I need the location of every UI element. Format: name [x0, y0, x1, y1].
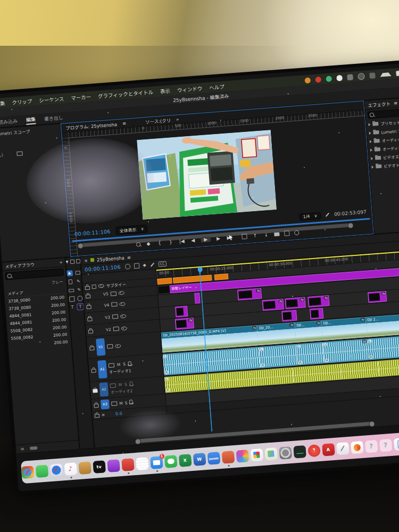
- dock-appstore-icon[interactable]: [236, 450, 249, 463]
- graphic-clip[interactable]: fx: [237, 288, 262, 300]
- dock-preview-icon[interactable]: [336, 442, 350, 455]
- source-patch[interactable]: [93, 301, 102, 311]
- track-output-icon[interactable]: [98, 284, 104, 288]
- tab-media-browser[interactable]: メディアブラウ: [5, 261, 35, 269]
- panel-menu-icon[interactable]: ≡: [122, 121, 127, 127]
- dock-chrome-icon[interactable]: [21, 466, 34, 479]
- dock-maps-icon[interactable]: [264, 447, 278, 461]
- mark-in-button[interactable]: {: [156, 240, 163, 246]
- menu-window[interactable]: ウィンドウ: [177, 85, 202, 94]
- mic-icon[interactable]: [129, 400, 133, 404]
- mark-out-button[interactable]: }: [168, 239, 174, 245]
- audio-clip[interactable]: fxLR: [367, 334, 399, 360]
- dock-powerpoint-icon[interactable]: [221, 451, 235, 464]
- captions-badge[interactable]: CC: [158, 261, 167, 267]
- workspace-edit-tab[interactable]: 編集: [26, 115, 36, 124]
- graphic-clip[interactable]: fx: [285, 297, 305, 309]
- mute-button[interactable]: M: [117, 362, 121, 367]
- mic-icon[interactable]: [130, 381, 134, 386]
- graphic-clip[interactable]: [175, 306, 188, 318]
- dock-appletv-icon[interactable]: tv: [93, 460, 106, 473]
- dock-firefox-icon[interactable]: [350, 440, 363, 454]
- safe-margins-button[interactable]: [242, 234, 247, 239]
- video-preview[interactable]: [137, 130, 277, 219]
- dock-word-icon[interactable]: W: [193, 453, 206, 466]
- caption-clip[interactable]: [157, 278, 172, 285]
- graphic-clip[interactable]: [281, 310, 297, 322]
- tab-source-monitor[interactable]: ソース:(クリ: [145, 117, 171, 125]
- dock-missing-app-icon[interactable]: ?: [364, 439, 378, 453]
- dock-podcasts-icon[interactable]: [107, 459, 120, 472]
- effects-folder-lumetri[interactable]: Lumetri プリセット: [369, 127, 399, 136]
- graphic-clip[interactable]: fx: [307, 295, 330, 307]
- track-monitor-icon[interactable]: [109, 363, 115, 368]
- razor-tool[interactable]: ✎: [76, 278, 82, 285]
- dock-iphone-mirroring-icon[interactable]: [393, 437, 399, 451]
- effects-search-input[interactable]: [368, 108, 399, 119]
- dock-red-flash-app-icon[interactable]: [307, 444, 321, 458]
- source-patch-v1[interactable]: V1: [96, 338, 105, 356]
- program-timecode[interactable]: 00:00:11:106: [74, 228, 111, 237]
- pen-tool[interactable]: ✎: [76, 287, 82, 293]
- audio-clip[interactable]: [341, 361, 380, 379]
- track-options-icon[interactable]: [92, 284, 96, 289]
- status-app-icon[interactable]: [304, 77, 311, 84]
- video-clip[interactable]: DJI 2...fx: [365, 312, 399, 337]
- lock-icon[interactable]: [87, 317, 92, 321]
- graphic-clip[interactable]: [194, 293, 201, 304]
- extract-button[interactable]: ↓: [263, 232, 270, 238]
- effects-folder-video-transitions[interactable]: ビデオトランジション: [371, 161, 399, 170]
- audio-clip[interactable]: LR: [259, 344, 298, 368]
- track-monitor-icon[interactable]: [111, 401, 118, 406]
- track-monitor-icon[interactable]: [111, 302, 118, 307]
- workspace-import-tab[interactable]: 読み込み: [0, 118, 18, 126]
- dock-missing-app-icon[interactable]: ?: [379, 438, 392, 452]
- caption-clip[interactable]: [214, 273, 228, 280]
- dock-launchpad-icon[interactable]: [250, 448, 263, 462]
- lock-icon[interactable]: [95, 414, 99, 418]
- lock-icon[interactable]: [89, 346, 94, 351]
- master-menu-icon[interactable]: ≡: [101, 412, 105, 417]
- source-patch[interactable]: [95, 325, 104, 335]
- mute-button[interactable]: M: [119, 401, 123, 405]
- menu-clip[interactable]: クリップ: [12, 97, 32, 106]
- effects-folder-audio-effects[interactable]: オーディオエフェクト: [369, 135, 399, 144]
- settings-gear-icon[interactable]: [294, 230, 300, 235]
- dock-music-icon[interactable]: ♪: [64, 462, 77, 476]
- workspace-export-tab[interactable]: 書き出し: [44, 114, 63, 122]
- photos-status-icon[interactable]: [369, 72, 376, 79]
- snap-icon[interactable]: [76, 259, 80, 264]
- add-marker-button[interactable]: ◆: [145, 241, 152, 247]
- magnet-snap-icon[interactable]: [124, 263, 130, 269]
- source-patch-a1[interactable]: A1: [97, 360, 107, 379]
- lock-icon[interactable]: [86, 294, 90, 298]
- mute-button[interactable]: M: [118, 383, 122, 387]
- disclosure-icon[interactable]: [370, 140, 372, 143]
- status-red-icon[interactable]: [315, 76, 321, 82]
- graphic-clip[interactable]: [310, 308, 324, 320]
- tab-lumetri-scopes[interactable]: Lumetri スコープ: [0, 128, 30, 137]
- audio-clip[interactable]: [293, 364, 342, 384]
- track-output-icon[interactable]: [118, 291, 124, 295]
- audio-clip[interactable]: fx: [378, 357, 399, 377]
- source-patch[interactable]: [94, 313, 103, 323]
- dock-excel-icon[interactable]: X: [178, 454, 192, 467]
- disclosure-icon[interactable]: [371, 156, 373, 160]
- track-monitor-icon[interactable]: [110, 383, 116, 388]
- graphic-clip[interactable]: fx: [262, 298, 285, 311]
- monitor-icon[interactable]: [16, 151, 23, 156]
- tab-overflow-icon[interactable]: »: [60, 260, 63, 264]
- lock-icon[interactable]: [85, 286, 90, 290]
- track-monitor-icon[interactable]: [113, 327, 119, 331]
- status-green-icon[interactable]: [326, 76, 332, 82]
- lock-icon[interactable]: [88, 329, 93, 334]
- fit-dropdown[interactable]: 全体表示 ∨: [115, 225, 148, 235]
- linked-selection-icon[interactable]: [134, 263, 139, 269]
- disclosure-icon[interactable]: [368, 123, 370, 126]
- solo-button[interactable]: S: [124, 382, 127, 387]
- dock-zoom-icon[interactable]: zoom: [207, 452, 220, 465]
- export-frame-camera-icon[interactable]: [274, 232, 279, 236]
- track-output-icon[interactable]: [120, 314, 126, 318]
- play-button[interactable]: ▶: [201, 236, 211, 242]
- master-level-value[interactable]: 0.0: [115, 411, 122, 416]
